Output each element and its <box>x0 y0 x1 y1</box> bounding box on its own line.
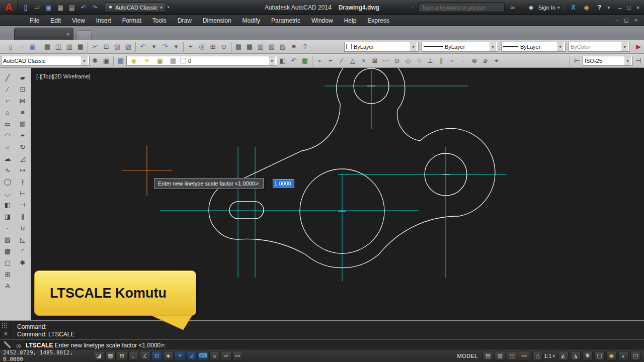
snap-midpoint-icon[interactable]: △ <box>347 55 358 66</box>
osnap-settings-icon[interactable]: ⌖ <box>491 55 502 66</box>
workspace-switching-icon[interactable]: ✱ <box>582 351 593 360</box>
mdi-minimize-button[interactable]: – <box>613 17 621 25</box>
undo-icon[interactable]: ↶ <box>78 3 89 13</box>
quick-view-layouts-icon[interactable]: ◫ <box>507 351 517 360</box>
sign-in-button[interactable]: ☻ Sign In ▾ <box>526 3 560 13</box>
rectangle-icon[interactable]: ▭ <box>2 118 14 130</box>
menu-file[interactable]: File <box>24 15 45 26</box>
menu-parametric[interactable]: Parametric <box>266 15 306 26</box>
my-workspace-icon[interactable]: ▣ <box>101 55 112 66</box>
circle-icon[interactable]: ○ <box>2 141 14 153</box>
redo-icon[interactable]: ↷ <box>90 3 100 13</box>
undo-dropdown-icon[interactable]: ▾ <box>148 41 159 52</box>
annotation-scale-control[interactable]: △ 1:1 ▾ <box>531 351 556 360</box>
point-icon[interactable]: · <box>2 222 14 234</box>
polygon-icon[interactable]: ⌂ <box>2 107 14 118</box>
sheet-set-manager-icon[interactable]: ▧ <box>266 41 277 52</box>
lineweight-dropdown[interactable]: ByLayer ▾ <box>501 42 566 52</box>
region-icon[interactable]: ▢ <box>2 257 14 268</box>
dimstyle-dropdown[interactable]: ISO-25 ▾ <box>583 56 633 66</box>
snap-nearest-icon[interactable]: ⊗ <box>469 55 480 66</box>
pan-icon[interactable]: + <box>185 41 196 52</box>
transparency-toggle[interactable]: ▱ <box>221 351 231 360</box>
plot-icon[interactable]: ▤ <box>67 3 77 13</box>
layer-on-icon[interactable]: ◉ <box>128 55 139 66</box>
object-snap-toggle[interactable]: ⊡ <box>151 351 162 360</box>
dynamic-ucs-toggle[interactable]: ⊿ <box>186 351 197 360</box>
workspace-dropdown[interactable]: ✱ AutoCAD Classic ▾ <box>105 3 166 13</box>
clean-screen-icon[interactable]: ◳ <box>630 351 641 360</box>
plot-preview-icon[interactable]: ◫ <box>53 41 64 52</box>
menu-format[interactable]: Format <box>117 15 147 26</box>
menu-edit[interactable]: Edit <box>45 15 66 26</box>
qnew-icon[interactable]: ▯ <box>5 41 16 52</box>
plotstyle-dropdown[interactable]: ByColor ▾ <box>569 42 630 52</box>
redo-icon[interactable]: ↷ <box>159 41 171 52</box>
polar-tracking-toggle[interactable]: ∠ <box>140 351 150 360</box>
snap-endpoint-icon[interactable]: ∕ <box>336 55 347 66</box>
snap-insert-icon[interactable]: ▫ <box>447 55 458 66</box>
extend-icon[interactable]: ⊢ <box>17 188 29 199</box>
command-input-line[interactable]: ◎ LTSCALE Enter new linetype scale facto… <box>15 342 166 349</box>
zoom-previous-icon[interactable]: ⊙ <box>218 41 229 52</box>
infer-constraints-toggle[interactable]: ◪ <box>94 351 104 360</box>
layer-plot-icon[interactable]: ▤ <box>168 55 179 66</box>
snap-perpendicular-icon[interactable]: ⊥ <box>425 55 436 66</box>
isolate-objects-icon[interactable]: ◉ <box>606 351 617 360</box>
mdi-restore-button[interactable]: ◱ <box>622 17 630 25</box>
save-icon[interactable]: ▣ <box>27 41 38 52</box>
mdi-close-button[interactable]: × <box>632 17 640 25</box>
chamfer-icon[interactable]: ◺ <box>17 234 29 245</box>
explode-icon[interactable]: ✱ <box>17 257 29 268</box>
chevron-down-icon[interactable]: ▾ <box>607 5 610 10</box>
tab-close-icon[interactable]: × <box>63 31 73 37</box>
coordinates-readout[interactable]: 2452.8729, 1485.8012, 0.0000 <box>3 349 88 362</box>
rotate-icon[interactable]: ↻ <box>17 141 29 153</box>
snap-parallel-icon[interactable]: ∥ <box>436 55 447 66</box>
layer-states-icon[interactable]: ▦ <box>299 55 310 66</box>
quick-properties-toggle[interactable]: ▭ <box>232 351 243 360</box>
menu-modify[interactable]: Modify <box>237 15 266 26</box>
join-icon[interactable]: ∪ <box>17 222 29 234</box>
array-icon[interactable]: ▦ <box>17 118 29 130</box>
zoom-window-icon[interactable]: ⊞ <box>207 41 218 52</box>
close-button[interactable]: × <box>634 4 642 12</box>
3d-object-snap-toggle[interactable]: ◈ <box>163 351 174 360</box>
publish-icon[interactable]: ▥ <box>64 41 75 52</box>
spline-icon[interactable]: ∿ <box>2 164 14 176</box>
line-icon[interactable]: ╱ <box>2 72 14 83</box>
qat-customize-icon[interactable]: ▾ <box>166 3 171 13</box>
scale-icon[interactable]: ◿ <box>17 153 29 164</box>
command-window[interactable]: × Command: Command: LTSCALE ◎ LTSCALE En… <box>0 320 644 349</box>
polyline-icon[interactable]: ⌐ <box>2 95 14 107</box>
maximize-button[interactable]: □ <box>625 4 633 12</box>
dimension-update-icon[interactable]: ⊣ <box>633 55 644 66</box>
batch-plot-icon[interactable]: ▦ <box>75 41 86 52</box>
zoom-realtime-icon[interactable]: ◎ <box>196 41 207 52</box>
communication-center-icon[interactable]: ◉ <box>581 3 591 13</box>
menu-view[interactable]: View <box>66 15 91 26</box>
make-block-icon[interactable]: ◨ <box>2 211 14 222</box>
command-drag-grip[interactable] <box>2 323 8 329</box>
menu-help[interactable]: Help <box>339 15 362 26</box>
markup-set-manager-icon[interactable]: ▨ <box>277 41 288 52</box>
redo-dropdown-icon[interactable]: ▾ <box>171 41 182 52</box>
infocenter-toggle-icon[interactable]: › <box>411 3 415 13</box>
minimize-button[interactable]: – <box>616 4 624 12</box>
help-icon[interactable]: ? <box>594 3 604 13</box>
layer-dropdown[interactable]: ◉☀▣▤ 0 ▾ <box>126 56 277 66</box>
snap-tangent-icon[interactable]: ○ <box>414 55 425 66</box>
ortho-mode-toggle[interactable]: ∟ <box>128 351 139 360</box>
color-dropdown[interactable]: ByLayer ▾ <box>344 42 419 52</box>
exchange-apps-icon[interactable]: X <box>568 3 578 13</box>
new-tab-button[interactable] <box>76 30 92 40</box>
quickcalc-icon[interactable]: ≡ <box>288 41 299 52</box>
copy-objects-icon[interactable]: ⊡ <box>17 83 29 95</box>
model-space-button[interactable]: MODEL <box>454 353 481 359</box>
snap-extension-icon[interactable]: ⋯ <box>380 55 391 66</box>
recent-commands-icon[interactable]: ◎ <box>15 342 22 349</box>
dynamic-input-field[interactable] <box>273 179 294 188</box>
cut-icon[interactable]: ✂ <box>90 41 101 52</box>
application-menu-button[interactable]: A <box>0 0 18 15</box>
fillet-icon[interactable]: ◜ <box>17 245 29 257</box>
